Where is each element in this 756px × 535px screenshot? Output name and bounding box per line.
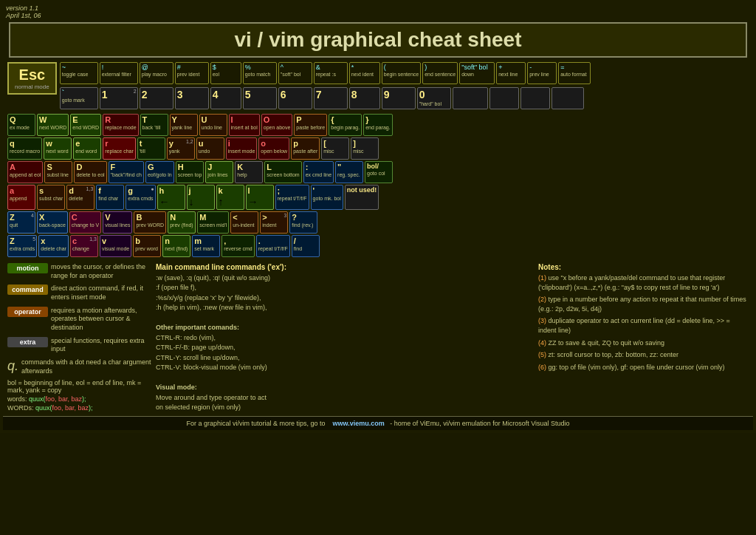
- z-row-upper: Zquit4 Xback-space Cchange to V Vvisual …: [7, 211, 749, 234]
- footer-url[interactable]: www.viemu.com: [333, 420, 385, 427]
- key-J-upper: Jjoin lines: [205, 161, 233, 183]
- footer-text: For a graphical vi/vim tutorial & more t…: [186, 420, 331, 427]
- key-C-upper: Cchange to V: [69, 211, 101, 234]
- key-tilde: ~ toggle case: [60, 62, 98, 84]
- key-n-lower: nnext (find): [162, 235, 190, 257]
- key-semi-lower: ;repeat t/T/f/F: [275, 185, 309, 210]
- key-star: * next ident: [349, 62, 380, 84]
- key-F-upper: F"back"/find ch: [109, 161, 144, 183]
- key-N-upper: Nprev (find): [168, 211, 196, 234]
- key-hash: # prev ident: [175, 62, 209, 84]
- key-G-upper: Geof/goto ln: [145, 161, 174, 183]
- title-bar: vi / vim graphical cheat sheet: [9, 22, 747, 58]
- key-U-upper: Uundo line: [199, 114, 227, 136]
- key-1: 1 2: [100, 87, 138, 109]
- legend-motion: motion moves the cursor, or defines the …: [7, 263, 151, 280]
- key-m-lower: mset mark: [192, 235, 220, 257]
- main-container: version 1.1 April 1st, 06 vi / vim graph…: [0, 0, 756, 433]
- legend-qdot: q. commands with a dot need a char argum…: [7, 358, 151, 375]
- key-K-upper: Khelp: [235, 161, 263, 183]
- note-1: (1) use "x before a yank/paste/del comma…: [538, 273, 749, 292]
- esc-desc: normal mode: [15, 84, 49, 90]
- key-k: k↑: [216, 185, 244, 210]
- note-2: (2) type in a number before any action t…: [538, 295, 749, 313]
- key-bs-num: [453, 87, 488, 109]
- key-dot: .repeat t/T/f/F: [256, 235, 290, 257]
- number-row: ` goto mark 1 2 2 3 4 5: [60, 87, 749, 109]
- main-commands-title: Main command line commands ('ex'):: [156, 263, 534, 271]
- key-rbrace-lower: ]misc: [351, 137, 379, 160]
- key-u: uundo: [196, 137, 224, 160]
- a-row-upper: Aappend at eol Ssubst line Ddelete to eo…: [7, 161, 749, 183]
- key-r: rreplace char: [103, 137, 136, 160]
- key-j: j↓: [187, 185, 215, 210]
- key-plus: + next line: [496, 62, 526, 84]
- keyboard-rows: Qex mode Wnext WORD Eend WORD Rreplace m…: [3, 112, 753, 260]
- key-E-upper: Eend WORD: [70, 114, 101, 136]
- main-commands-text: :w (save), :q (quit), :q! (quit w/o savi…: [156, 273, 534, 413]
- key-b-lower: bprev word: [133, 235, 161, 257]
- note-5: (5) zt: scroll cursor to top, zb: bottom…: [538, 350, 749, 360]
- key-at: @ play macro: [140, 62, 173, 84]
- key-quote-upper: "reg. spec.: [335, 161, 363, 183]
- key-I-upper: Iinsert at bol: [229, 114, 260, 136]
- q-row: Qex mode Wnext WORD Eend WORD Rreplace m…: [7, 114, 749, 136]
- key-lparen: ( begin sentence: [382, 62, 421, 84]
- key-h: h←: [157, 185, 185, 210]
- key-bs4: [551, 87, 584, 109]
- key-M-upper: Mscreen mid'l: [197, 211, 229, 234]
- key-c-lower: cchange1,3: [70, 235, 98, 257]
- key-colon-upper: :ex cmd line: [303, 161, 334, 183]
- bol-line: bol = beginning of line, eol = end of li…: [7, 379, 151, 394]
- key-lbrace-lower: [misc: [321, 137, 349, 160]
- key-rparen: ) end sentence: [422, 62, 458, 84]
- key-lbrace-upper: {begin parag.: [329, 114, 362, 136]
- esc-key: Esc normal mode: [7, 62, 57, 95]
- key-Z-upper: Zquit4: [7, 211, 35, 234]
- legend-extra: extra special functions, requires extra …: [7, 337, 151, 354]
- key-under: "soft" bol down: [459, 62, 495, 84]
- key-minus: - prev line: [527, 62, 557, 84]
- key-q: qrecord macro: [7, 137, 42, 160]
- key-rbrace-upper: }end parag.: [363, 114, 392, 136]
- main-commands-col: Main command line commands ('ex'): :w (s…: [156, 263, 534, 413]
- key-W-upper: Wnext WORD: [37, 114, 69, 136]
- key-caret: ^ "soft" bol: [278, 62, 312, 84]
- symbol-row-top: ~ toggle case ! external filter @ play m…: [60, 62, 749, 84]
- key-L-upper: Lscreen bottom: [264, 161, 301, 183]
- esc-label: Esc: [19, 67, 46, 84]
- key-amp: & repeat :s: [314, 62, 348, 84]
- key-excl: ! external filter: [100, 62, 138, 84]
- legend-operator: operator requires a motion afterwards, o…: [7, 307, 151, 333]
- main-title: vi / vim graphical cheat sheet: [10, 28, 746, 52]
- key-X-upper: Xback-space: [37, 211, 68, 234]
- key-bs-lower: not used!: [345, 185, 379, 210]
- key-A-upper: Aappend at eol: [7, 161, 43, 183]
- key-x-lower: xdelete char: [38, 235, 69, 257]
- key-S-upper: Ssubst line: [44, 161, 72, 183]
- notes-col: Notes: (1) use "x before a yank/paste/de…: [538, 263, 749, 413]
- key-o: oopen below: [258, 137, 289, 160]
- a-row-lower: aappend ssubst char ddelete1,3 ffind cha…: [7, 185, 749, 210]
- key-8: 8: [349, 87, 380, 109]
- key-Z-lower: Zextra cmds5: [7, 235, 37, 257]
- bottom-section: motion moves the cursor, or defines the …: [3, 260, 753, 416]
- key-2: 2: [140, 87, 173, 109]
- key-slash: /find: [292, 235, 320, 257]
- note-6: (6) gg: top of file (vim only), gf: open…: [538, 363, 749, 372]
- key-D-upper: Ddelete to eol: [74, 161, 106, 183]
- key-w: wnext word: [44, 137, 72, 160]
- key-apos-lower: 'goto mk. bol: [311, 185, 343, 210]
- key-g: gextra cmds●: [126, 185, 155, 210]
- key-lt: <un-indent: [230, 211, 258, 234]
- legend-command: command direct action command, if red, i…: [7, 284, 151, 301]
- key-dollar: $ eol: [210, 62, 241, 84]
- key-T-upper: Tback 'till: [140, 114, 168, 136]
- key-a: aappend: [7, 185, 35, 210]
- key-y: yyank1,2: [167, 137, 195, 160]
- key-9: 9: [382, 87, 416, 109]
- key-Y-upper: Yyank line: [170, 114, 198, 136]
- note-4: (4) ZZ to save & quit, ZQ to quit w/o sa…: [538, 338, 749, 348]
- key-s: ssubst char: [37, 185, 65, 210]
- key-5: 5: [243, 87, 277, 109]
